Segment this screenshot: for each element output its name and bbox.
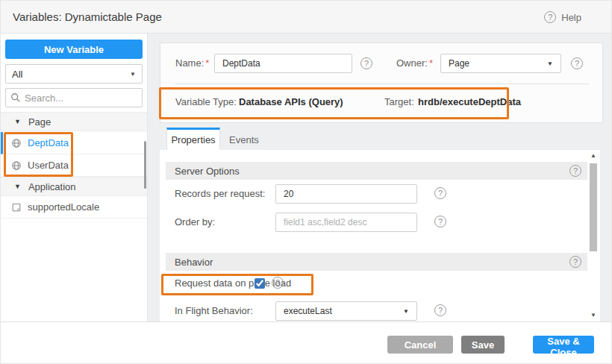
section-label: Application [28,181,76,192]
order-by-help-icon[interactable]: ? [434,216,446,228]
search-input[interactable] [25,92,137,104]
filter-dropdown[interactable]: All ▼ [5,64,143,84]
sidebar-item-supportedlocale[interactable]: x supportedLocale [1,196,147,219]
properties-panel: Server Options ? Records per request: ? … [160,150,600,321]
sidebar-section-application[interactable]: ▼ Application [1,177,147,196]
order-by-label: Order by: [175,216,215,228]
collapse-triangle-icon: ▼ [14,183,21,190]
target-value: hrdb/executeDeptData [418,96,521,107]
request-data-help-icon[interactable]: ? [272,277,284,289]
variable-type-value: Database APIs (Query) [239,96,343,107]
service-variable-icon [11,138,22,148]
records-per-request-input[interactable] [275,184,417,204]
help-label: Help [561,12,581,23]
scroll-down-icon[interactable]: ▼ [588,311,599,320]
variables-sidebar: New Variable All ▼ ▼ Page DeptData Use [1,34,148,321]
owner-label: Owner:* [396,57,433,69]
help-icon: ? [544,11,556,23]
new-variable-button[interactable]: New Variable [5,40,143,59]
dialog-header: Variables: Dynamictable Page ? Help [1,1,612,34]
server-options-section-header: Server Options ? [166,162,587,180]
variables-dialog: Variables: Dynamictable Page ? Help New … [0,0,612,364]
sidebar-item-deptdata[interactable]: DeptData [1,132,147,154]
search-box[interactable] [5,88,143,107]
request-data-checkbox[interactable] [255,278,265,289]
collapse-triangle-icon: ▼ [14,118,21,125]
chevron-down-icon: ▼ [130,71,136,78]
in-flight-behavior-dropdown[interactable]: executeLast ▼ [275,301,417,321]
in-flight-help-icon[interactable]: ? [434,304,446,316]
panel-scrollbar[interactable]: ▲ ▼ [588,151,599,320]
cancel-button[interactable]: Cancel [387,336,453,354]
service-variable-icon [11,160,22,171]
sidebar-item-userdata[interactable]: UserData [1,154,147,177]
dialog-footer: Cancel Save Save & Close [1,321,612,364]
in-flight-behavior-label: In Flight Behavior: [175,305,253,316]
variable-type-label: Variable Type: [175,96,237,107]
required-asterisk: * [205,57,209,69]
tab-events[interactable]: Events [225,130,263,150]
card-separator [175,84,589,84]
tree-item-label: DeptData [28,137,69,148]
tree-item-label: UserData [28,160,69,171]
order-by-input[interactable] [275,213,417,232]
search-icon [10,92,21,103]
records-per-request-label: Records per request: [175,188,265,199]
behavior-help-icon[interactable]: ? [569,256,581,268]
target-label: Target: [384,96,414,107]
name-help-icon[interactable]: ? [360,57,372,69]
records-help-icon[interactable]: ? [434,187,446,199]
section-title: Behavior [175,257,213,268]
scroll-up-icon[interactable]: ▲ [588,151,599,160]
name-input[interactable] [214,54,352,73]
page-title: Variables: Dynamictable Page [13,1,162,34]
chevron-down-icon: ▼ [403,308,409,315]
tree-item-label: supportedLocale [28,201,99,213]
sidebar-section-page[interactable]: ▼ Page [1,112,147,131]
help-button[interactable]: ? Help [544,1,581,34]
save-button[interactable]: Save [461,336,505,354]
filter-value: All [12,69,22,80]
sidebar-scrollbar-thumb[interactable] [144,141,146,189]
name-label: Name:* [175,57,209,69]
owner-value: Page [449,58,469,69]
tab-properties[interactable]: Properties [166,128,220,150]
behavior-section-header: Behavior ? [166,253,587,271]
save-and-close-button[interactable]: Save & Close [533,336,594,354]
section-title: Server Options [175,166,240,177]
variable-summary-card: Name:* ? Owner:* Page ▼ ? Variable Type:… [160,43,603,123]
chevron-down-icon: ▼ [547,60,553,67]
model-variable-icon: x [11,202,22,213]
required-asterisk: * [429,57,433,69]
in-flight-behavior-value: executeLast [284,306,332,316]
panel-scrollbar-thumb[interactable] [590,163,597,251]
owner-help-icon[interactable]: ? [571,57,583,69]
section-label: Page [28,116,51,128]
owner-dropdown[interactable]: Page ▼ [440,54,561,73]
svg-text:x: x [16,205,20,210]
server-options-help-icon[interactable]: ? [569,165,581,177]
